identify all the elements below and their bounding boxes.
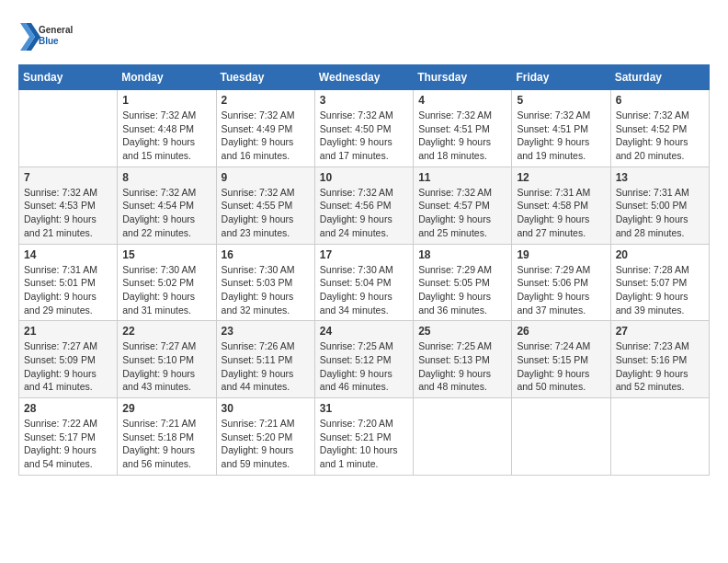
day-number: 6 [616,94,704,107]
calendar-cell: 27Sunrise: 7:23 AMSunset: 5:16 PMDayligh… [610,321,709,398]
day-info: Sunrise: 7:20 AMSunset: 5:21 PMDaylight:… [320,417,408,471]
day-number: 20 [616,248,704,261]
calendar-cell: 5Sunrise: 7:32 AMSunset: 4:51 PMDaylight… [512,90,610,167]
calendar-cell: 7Sunrise: 7:32 AMSunset: 4:53 PMDaylight… [19,167,118,244]
day-number: 13 [616,171,704,184]
calendar-cell: 1Sunrise: 7:32 AMSunset: 4:48 PMDaylight… [118,90,216,167]
calendar-cell: 17Sunrise: 7:30 AMSunset: 5:04 PMDayligh… [314,244,413,321]
calendar-cell: 21Sunrise: 7:27 AMSunset: 5:09 PMDayligh… [19,321,118,398]
day-number: 7 [24,171,112,184]
day-number: 31 [320,402,408,415]
day-info: Sunrise: 7:21 AMSunset: 5:20 PMDaylight:… [222,417,310,471]
day-number: 18 [418,248,506,261]
day-info: Sunrise: 7:31 AMSunset: 5:01 PMDaylight:… [24,263,112,317]
day-number: 14 [24,248,112,261]
day-info: Sunrise: 7:31 AMSunset: 4:58 PMDaylight:… [517,186,605,240]
logo: General Blue [18,18,92,55]
calendar-cell: 2Sunrise: 7:32 AMSunset: 4:49 PMDaylight… [216,90,314,167]
calendar-cell: 13Sunrise: 7:31 AMSunset: 5:00 PMDayligh… [610,167,709,244]
day-number: 24 [320,325,408,338]
calendar-cell [19,90,118,167]
calendar-cell: 20Sunrise: 7:28 AMSunset: 5:07 PMDayligh… [610,244,709,321]
calendar-cell: 11Sunrise: 7:32 AMSunset: 4:57 PMDayligh… [414,167,512,244]
day-info: Sunrise: 7:23 AMSunset: 5:16 PMDaylight:… [616,339,704,394]
day-info: Sunrise: 7:25 AMSunset: 5:13 PMDaylight:… [418,339,506,394]
day-info: Sunrise: 7:30 AMSunset: 5:02 PMDaylight:… [122,263,210,317]
day-info: Sunrise: 7:22 AMSunset: 5:17 PMDaylight:… [24,417,112,471]
day-number: 11 [418,171,506,184]
calendar-week-row: 7Sunrise: 7:32 AMSunset: 4:53 PMDaylight… [19,167,710,244]
weekday-header-thursday: Thursday [414,65,512,90]
day-info: Sunrise: 7:32 AMSunset: 4:52 PMDaylight:… [616,109,704,163]
day-info: Sunrise: 7:27 AMSunset: 5:10 PMDaylight:… [122,339,210,394]
calendar-cell: 18Sunrise: 7:29 AMSunset: 5:05 PMDayligh… [414,244,512,321]
day-info: Sunrise: 7:32 AMSunset: 4:49 PMDaylight:… [222,109,310,163]
day-number: 26 [517,325,605,338]
day-info: Sunrise: 7:29 AMSunset: 5:06 PMDaylight:… [517,263,605,317]
day-number: 22 [122,325,210,338]
calendar-week-row: 14Sunrise: 7:31 AMSunset: 5:01 PMDayligh… [19,244,710,321]
weekday-header-tuesday: Tuesday [216,65,314,90]
day-number: 4 [418,94,506,107]
calendar-cell: 16Sunrise: 7:30 AMSunset: 5:03 PMDayligh… [216,244,314,321]
day-number: 16 [222,248,310,261]
calendar-cell: 26Sunrise: 7:24 AMSunset: 5:15 PMDayligh… [512,321,610,398]
day-info: Sunrise: 7:32 AMSunset: 4:57 PMDaylight:… [418,186,506,240]
calendar-cell: 15Sunrise: 7:30 AMSunset: 5:02 PMDayligh… [118,244,216,321]
day-info: Sunrise: 7:24 AMSunset: 5:15 PMDaylight:… [517,339,605,394]
day-info: Sunrise: 7:32 AMSunset: 4:51 PMDaylight:… [418,109,506,163]
calendar-week-row: 21Sunrise: 7:27 AMSunset: 5:09 PMDayligh… [19,321,710,398]
calendar-cell: 9Sunrise: 7:32 AMSunset: 4:55 PMDaylight… [216,167,314,244]
day-info: Sunrise: 7:30 AMSunset: 5:03 PMDaylight:… [222,263,310,317]
day-info: Sunrise: 7:32 AMSunset: 4:56 PMDaylight:… [320,186,408,240]
weekday-header-wednesday: Wednesday [314,65,413,90]
weekday-header-sunday: Sunday [19,65,118,90]
weekday-header-monday: Monday [118,65,216,90]
calendar-cell: 31Sunrise: 7:20 AMSunset: 5:21 PMDayligh… [314,398,413,476]
calendar-cell: 24Sunrise: 7:25 AMSunset: 5:12 PMDayligh… [314,321,413,398]
day-number: 23 [222,325,310,338]
calendar-cell: 6Sunrise: 7:32 AMSunset: 4:52 PMDaylight… [610,90,709,167]
calendar-week-row: 1Sunrise: 7:32 AMSunset: 4:48 PMDaylight… [19,90,710,167]
day-number: 1 [122,94,210,107]
day-number: 28 [24,402,112,415]
day-info: Sunrise: 7:32 AMSunset: 4:48 PMDaylight:… [122,109,210,163]
day-info: Sunrise: 7:25 AMSunset: 5:12 PMDaylight:… [320,339,408,394]
day-number: 10 [320,171,408,184]
calendar-week-row: 28Sunrise: 7:22 AMSunset: 5:17 PMDayligh… [19,398,710,476]
day-number: 9 [222,171,310,184]
calendar-cell: 22Sunrise: 7:27 AMSunset: 5:10 PMDayligh… [118,321,216,398]
calendar-cell [512,398,610,476]
day-number: 3 [320,94,408,107]
calendar-cell: 12Sunrise: 7:31 AMSunset: 4:58 PMDayligh… [512,167,610,244]
day-number: 12 [517,171,605,184]
day-number: 25 [418,325,506,338]
day-info: Sunrise: 7:32 AMSunset: 4:55 PMDaylight:… [222,186,310,240]
day-info: Sunrise: 7:32 AMSunset: 4:50 PMDaylight:… [320,109,408,163]
day-number: 29 [122,402,210,415]
calendar-cell: 10Sunrise: 7:32 AMSunset: 4:56 PMDayligh… [314,167,413,244]
weekday-header-saturday: Saturday [610,65,709,90]
page-header: General Blue [18,18,710,55]
day-info: Sunrise: 7:31 AMSunset: 5:00 PMDaylight:… [616,186,704,240]
logo-svg: General Blue [18,18,92,55]
calendar-cell [414,398,512,476]
calendar-cell: 25Sunrise: 7:25 AMSunset: 5:13 PMDayligh… [414,321,512,398]
day-info: Sunrise: 7:32 AMSunset: 4:54 PMDaylight:… [122,186,210,240]
calendar-table: SundayMondayTuesdayWednesdayThursdayFrid… [18,64,710,476]
svg-text:General: General [39,25,73,35]
svg-text:Blue: Blue [39,36,59,46]
calendar-cell: 14Sunrise: 7:31 AMSunset: 5:01 PMDayligh… [19,244,118,321]
day-info: Sunrise: 7:29 AMSunset: 5:05 PMDaylight:… [418,263,506,317]
day-info: Sunrise: 7:21 AMSunset: 5:18 PMDaylight:… [122,417,210,471]
day-info: Sunrise: 7:26 AMSunset: 5:11 PMDaylight:… [222,339,310,394]
day-info: Sunrise: 7:27 AMSunset: 5:09 PMDaylight:… [24,339,112,394]
calendar-cell: 30Sunrise: 7:21 AMSunset: 5:20 PMDayligh… [216,398,314,476]
weekday-header-row: SundayMondayTuesdayWednesdayThursdayFrid… [19,65,710,90]
day-info: Sunrise: 7:32 AMSunset: 4:51 PMDaylight:… [517,109,605,163]
day-number: 5 [517,94,605,107]
day-info: Sunrise: 7:28 AMSunset: 5:07 PMDaylight:… [616,263,704,317]
day-number: 19 [517,248,605,261]
calendar-cell: 3Sunrise: 7:32 AMSunset: 4:50 PMDaylight… [314,90,413,167]
day-number: 30 [222,402,310,415]
